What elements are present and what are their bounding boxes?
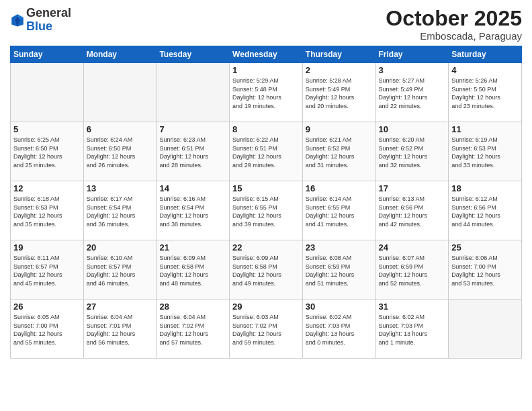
- weekday-header-thursday: Thursday: [302, 46, 375, 63]
- day-number: 12: [13, 183, 81, 193]
- calendar-cell: 23Sunrise: 6:08 AM Sunset: 6:59 PM Dayli…: [302, 240, 375, 300]
- day-number: 31: [379, 302, 446, 312]
- calendar-cell: [449, 300, 522, 359]
- week-row-1: 1Sunrise: 5:29 AM Sunset: 5:48 PM Daylig…: [11, 63, 522, 122]
- day-number: 15: [232, 183, 300, 193]
- day-number: 13: [87, 183, 154, 193]
- weekday-header-monday: Monday: [83, 46, 157, 63]
- header: General Blue October 2025 Emboscada, Par…: [10, 7, 522, 42]
- day-info: Sunrise: 6:08 AM Sunset: 6:59 PM Dayligh…: [306, 254, 373, 287]
- day-info: Sunrise: 6:22 AM Sunset: 6:51 PM Dayligh…: [232, 136, 300, 169]
- location: Emboscada, Paraguay: [386, 30, 522, 42]
- day-info: Sunrise: 6:11 AM Sunset: 6:57 PM Dayligh…: [13, 254, 81, 287]
- day-info: Sunrise: 5:26 AM Sunset: 5:50 PM Dayligh…: [451, 77, 519, 110]
- day-number: 30: [306, 302, 373, 312]
- day-number: 11: [451, 124, 519, 134]
- calendar-cell: 2Sunrise: 5:28 AM Sunset: 5:49 PM Daylig…: [302, 63, 375, 122]
- day-info: Sunrise: 6:06 AM Sunset: 7:00 PM Dayligh…: [451, 254, 519, 287]
- day-number: 3: [379, 65, 446, 75]
- day-info: Sunrise: 5:28 AM Sunset: 5:49 PM Dayligh…: [306, 77, 373, 110]
- day-number: 14: [159, 183, 226, 193]
- day-info: Sunrise: 6:03 AM Sunset: 7:02 PM Dayligh…: [232, 313, 300, 347]
- day-info: Sunrise: 6:04 AM Sunset: 7:02 PM Dayligh…: [159, 313, 226, 347]
- calendar-cell: 16Sunrise: 6:14 AM Sunset: 6:55 PM Dayli…: [302, 181, 375, 240]
- calendar-cell: 20Sunrise: 6:10 AM Sunset: 6:57 PM Dayli…: [83, 240, 157, 300]
- calendar-cell: 18Sunrise: 6:12 AM Sunset: 6:56 PM Dayli…: [449, 181, 522, 240]
- day-info: Sunrise: 6:23 AM Sunset: 6:51 PM Dayligh…: [159, 136, 226, 169]
- day-number: 24: [379, 242, 446, 253]
- calendar-cell: 22Sunrise: 6:09 AM Sunset: 6:58 PM Dayli…: [230, 240, 303, 300]
- day-info: Sunrise: 6:02 AM Sunset: 7:03 PM Dayligh…: [379, 313, 446, 347]
- day-number: 17: [379, 183, 446, 193]
- weekday-header-wednesday: Wednesday: [230, 46, 303, 63]
- calendar-cell: [11, 63, 84, 122]
- page: General Blue October 2025 Emboscada, Par…: [0, 0, 532, 411]
- calendar-cell: 5Sunrise: 6:25 AM Sunset: 6:50 PM Daylig…: [11, 122, 84, 181]
- day-info: Sunrise: 6:07 AM Sunset: 6:59 PM Dayligh…: [379, 254, 446, 287]
- day-info: Sunrise: 6:09 AM Sunset: 6:58 PM Dayligh…: [159, 254, 226, 287]
- week-row-2: 5Sunrise: 6:25 AM Sunset: 6:50 PM Daylig…: [11, 122, 522, 181]
- calendar-cell: 31Sunrise: 6:02 AM Sunset: 7:03 PM Dayli…: [375, 300, 449, 359]
- week-row-5: 26Sunrise: 6:05 AM Sunset: 7:00 PM Dayli…: [11, 300, 522, 359]
- day-number: 16: [306, 183, 373, 193]
- calendar-cell: 28Sunrise: 6:04 AM Sunset: 7:02 PM Dayli…: [157, 300, 230, 359]
- calendar-cell: 3Sunrise: 5:27 AM Sunset: 5:49 PM Daylig…: [375, 63, 449, 122]
- day-number: 29: [232, 302, 300, 312]
- day-info: Sunrise: 5:27 AM Sunset: 5:49 PM Dayligh…: [379, 77, 446, 110]
- calendar-cell: 11Sunrise: 6:19 AM Sunset: 6:53 PM Dayli…: [449, 122, 522, 181]
- calendar-cell: 19Sunrise: 6:11 AM Sunset: 6:57 PM Dayli…: [11, 240, 84, 300]
- day-info: Sunrise: 5:29 AM Sunset: 5:48 PM Dayligh…: [232, 77, 300, 110]
- day-info: Sunrise: 6:13 AM Sunset: 6:56 PM Dayligh…: [379, 195, 446, 228]
- day-number: 4: [451, 65, 519, 75]
- day-number: 28: [159, 302, 226, 312]
- day-number: 5: [13, 124, 81, 134]
- weekday-header-saturday: Saturday: [449, 46, 522, 63]
- calendar-cell: 6Sunrise: 6:24 AM Sunset: 6:50 PM Daylig…: [83, 122, 157, 181]
- calendar-cell: 4Sunrise: 5:26 AM Sunset: 5:50 PM Daylig…: [449, 63, 522, 122]
- day-info: Sunrise: 6:05 AM Sunset: 7:00 PM Dayligh…: [13, 313, 81, 347]
- logo: General Blue: [10, 7, 71, 34]
- day-info: Sunrise: 6:17 AM Sunset: 6:54 PM Dayligh…: [87, 195, 154, 228]
- logo-text: General Blue: [26, 7, 71, 34]
- calendar-cell: 15Sunrise: 6:15 AM Sunset: 6:55 PM Dayli…: [230, 181, 303, 240]
- day-info: Sunrise: 6:09 AM Sunset: 6:58 PM Dayligh…: [232, 254, 300, 287]
- weekday-header-sunday: Sunday: [11, 46, 84, 63]
- calendar-cell: 26Sunrise: 6:05 AM Sunset: 7:00 PM Dayli…: [11, 300, 84, 359]
- calendar-cell: 10Sunrise: 6:20 AM Sunset: 6:52 PM Dayli…: [375, 122, 449, 181]
- calendar-cell: 17Sunrise: 6:13 AM Sunset: 6:56 PM Dayli…: [375, 181, 449, 240]
- day-info: Sunrise: 6:20 AM Sunset: 6:52 PM Dayligh…: [379, 136, 446, 169]
- day-number: 6: [87, 124, 154, 134]
- day-info: Sunrise: 6:02 AM Sunset: 7:03 PM Dayligh…: [306, 313, 373, 347]
- logo-icon: [10, 13, 25, 28]
- day-info: Sunrise: 6:19 AM Sunset: 6:53 PM Dayligh…: [451, 136, 519, 169]
- calendar-cell: 27Sunrise: 6:04 AM Sunset: 7:01 PM Dayli…: [83, 300, 157, 359]
- month-title: October 2025: [386, 7, 522, 30]
- day-info: Sunrise: 6:18 AM Sunset: 6:53 PM Dayligh…: [13, 195, 81, 228]
- calendar-cell: 24Sunrise: 6:07 AM Sunset: 6:59 PM Dayli…: [375, 240, 449, 300]
- weekday-header-row: SundayMondayTuesdayWednesdayThursdayFrid…: [11, 46, 522, 63]
- calendar-cell: 7Sunrise: 6:23 AM Sunset: 6:51 PM Daylig…: [157, 122, 230, 181]
- weekday-header-friday: Friday: [375, 46, 449, 63]
- day-info: Sunrise: 6:12 AM Sunset: 6:56 PM Dayligh…: [451, 195, 519, 228]
- day-number: 9: [306, 124, 373, 134]
- title-block: October 2025 Emboscada, Paraguay: [386, 7, 522, 42]
- calendar-cell: 30Sunrise: 6:02 AM Sunset: 7:03 PM Dayli…: [302, 300, 375, 359]
- week-row-4: 19Sunrise: 6:11 AM Sunset: 6:57 PM Dayli…: [11, 240, 522, 300]
- day-number: 1: [232, 65, 300, 75]
- day-number: 18: [451, 183, 519, 193]
- day-number: 7: [159, 124, 226, 134]
- calendar-cell: 14Sunrise: 6:16 AM Sunset: 6:54 PM Dayli…: [157, 181, 230, 240]
- calendar-cell: [157, 63, 230, 122]
- day-number: 27: [87, 302, 154, 312]
- day-info: Sunrise: 6:14 AM Sunset: 6:55 PM Dayligh…: [306, 195, 373, 228]
- calendar-cell: 9Sunrise: 6:21 AM Sunset: 6:52 PM Daylig…: [302, 122, 375, 181]
- day-info: Sunrise: 6:15 AM Sunset: 6:55 PM Dayligh…: [232, 195, 300, 228]
- day-info: Sunrise: 6:04 AM Sunset: 7:01 PM Dayligh…: [87, 313, 154, 347]
- week-row-3: 12Sunrise: 6:18 AM Sunset: 6:53 PM Dayli…: [11, 181, 522, 240]
- day-number: 25: [451, 242, 519, 253]
- day-number: 20: [87, 242, 154, 253]
- day-number: 10: [379, 124, 446, 134]
- calendar-cell: 13Sunrise: 6:17 AM Sunset: 6:54 PM Dayli…: [83, 181, 157, 240]
- calendar-table: SundayMondayTuesdayWednesdayThursdayFrid…: [10, 46, 522, 359]
- logo-blue: Blue: [26, 19, 52, 33]
